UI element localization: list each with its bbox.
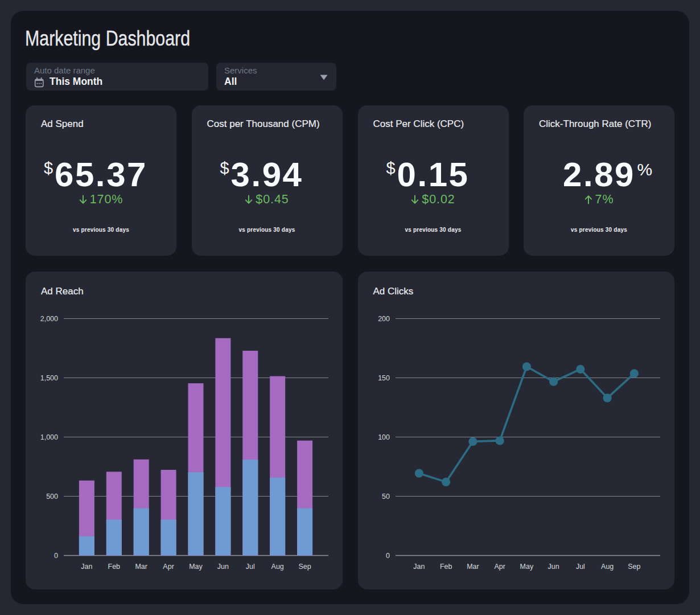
- svg-text:Jul: Jul: [575, 562, 584, 570]
- svg-text:Jun: Jun: [547, 562, 559, 570]
- svg-text:Jun: Jun: [217, 562, 229, 570]
- svg-text:May: May: [520, 562, 533, 570]
- svg-text:500: 500: [46, 493, 58, 501]
- svg-text:200: 200: [378, 315, 390, 323]
- svg-text:Jul: Jul: [246, 562, 255, 570]
- svg-text:0: 0: [54, 552, 58, 560]
- svg-text:Aug: Aug: [601, 562, 613, 570]
- svg-text:150: 150: [378, 374, 390, 382]
- svg-text:Mar: Mar: [135, 562, 147, 570]
- svg-text:0: 0: [386, 552, 390, 560]
- svg-text:Jan: Jan: [413, 562, 425, 570]
- svg-text:Sep: Sep: [628, 562, 640, 570]
- svg-text:1,500: 1,500: [40, 374, 58, 382]
- svg-text:Apr: Apr: [163, 562, 174, 570]
- svg-text:May: May: [189, 562, 203, 570]
- svg-text:Jan: Jan: [81, 562, 92, 570]
- svg-text:2,000: 2,000: [40, 315, 58, 323]
- svg-text:Sep: Sep: [298, 562, 311, 570]
- svg-text:Feb: Feb: [439, 562, 452, 570]
- svg-text:100: 100: [378, 433, 390, 441]
- svg-text:Apr: Apr: [494, 562, 505, 570]
- svg-text:Mar: Mar: [467, 562, 479, 570]
- svg-text:Feb: Feb: [108, 562, 121, 570]
- svg-text:Aug: Aug: [271, 562, 284, 570]
- svg-text:50: 50: [382, 493, 390, 501]
- svg-text:1,000: 1,000: [40, 433, 58, 441]
